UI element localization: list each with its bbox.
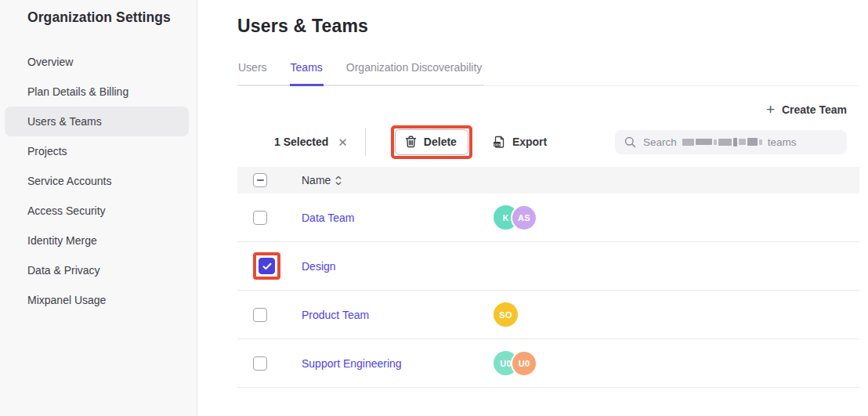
search-icon <box>624 136 636 148</box>
check-icon <box>262 262 272 270</box>
toolbar-divider <box>365 128 366 156</box>
export-button[interactable]: csv Export <box>493 136 547 149</box>
create-team-row: + Create Team <box>237 103 859 116</box>
sidebar-item-access-security[interactable]: Access Security <box>5 196 189 226</box>
page-title: Users & Teams <box>237 16 859 37</box>
table-row-support-engineering[interactable]: Support Engineering U0 U0 <box>237 339 859 388</box>
sidebar-item-identity-merge[interactable]: Identity Merge <box>5 226 189 255</box>
search-input[interactable]: Search teams <box>615 130 847 154</box>
tabs-bar: Users Teams Organization Discoverability <box>237 60 859 86</box>
sidebar-item-plan-details-billing[interactable]: Plan Details & Billing <box>5 77 189 107</box>
tab-teams[interactable]: Teams <box>290 61 324 86</box>
sort-icon[interactable] <box>335 175 342 186</box>
search-placeholder-redaction <box>682 138 762 147</box>
avatar: SO <box>494 302 518 327</box>
clear-selection-icon[interactable]: ✕ <box>338 136 348 148</box>
export-label: Export <box>512 136 547 148</box>
selection-toolbar: 1 Selected ✕ Delete <box>237 123 859 161</box>
sidebar-item-data-privacy[interactable]: Data & Privacy <box>5 255 189 285</box>
row-checkbox-support-engineering[interactable] <box>253 356 267 371</box>
svg-text:csv: csv <box>494 142 501 146</box>
avatar: U0 <box>511 350 537 377</box>
team-link-design[interactable]: Design <box>302 260 336 273</box>
table-row-data-team[interactable]: Data Team K AS <box>237 194 859 242</box>
column-header-name: Name <box>302 174 331 186</box>
row-checkbox-product-team[interactable] <box>253 308 267 322</box>
sidebar-item-service-accounts[interactable]: Service Accounts <box>5 166 189 196</box>
selection-summary: 1 Selected ✕ <box>274 136 348 148</box>
team-link-support-engineering[interactable]: Support Engineering <box>302 357 402 370</box>
row-checkbox-data-team[interactable] <box>253 211 267 225</box>
team-link-product-team[interactable]: Product Team <box>302 309 369 321</box>
tab-organization-discoverability[interactable]: Organization Discoverability <box>345 61 483 86</box>
tab-users[interactable]: Users <box>237 61 268 86</box>
search-placeholder: Search teams <box>643 136 797 148</box>
sidebar-item-users-teams[interactable]: Users & Teams <box>5 107 189 136</box>
sidebar-nav: Overview Plan Details & Billing Users & … <box>0 47 197 315</box>
sidebar-item-projects[interactable]: Projects <box>5 136 189 166</box>
plus-icon: + <box>766 104 775 115</box>
team-link-data-team[interactable]: Data Team <box>302 212 354 224</box>
main-content: Users & Teams Users Teams Organization D… <box>197 0 868 416</box>
avatar: AS <box>511 204 537 231</box>
table-header-row: Name <box>237 167 859 194</box>
checkbox-highlight-annotation <box>253 252 280 280</box>
trash-icon <box>405 136 417 148</box>
sidebar-title: Organization Settings <box>0 0 197 26</box>
select-all-checkbox[interactable] <box>253 173 267 187</box>
sidebar-item-overview[interactable]: Overview <box>5 47 189 77</box>
table-row-design[interactable]: Design <box>237 242 859 291</box>
app-window: Organization Settings Overview Plan Deta… <box>0 0 868 416</box>
sidebar-item-mixpanel-usage[interactable]: Mixpanel Usage <box>5 285 189 315</box>
table-row-product-team[interactable]: Product Team SO <box>237 291 859 339</box>
csv-file-icon: csv <box>493 136 505 149</box>
delete-button[interactable]: Delete <box>395 129 468 155</box>
selected-count-label: 1 Selected <box>274 136 328 148</box>
row-checkbox-design[interactable] <box>259 258 275 274</box>
delete-button-highlight-annotation: Delete <box>391 125 472 159</box>
teams-table: Name Data Team <box>237 167 859 388</box>
indeterminate-dash-icon <box>257 179 264 181</box>
sidebar: Organization Settings Overview Plan Deta… <box>0 0 197 416</box>
create-team-button[interactable]: + Create Team <box>766 103 847 116</box>
delete-label: Delete <box>424 136 457 149</box>
create-team-label: Create Team <box>782 103 847 116</box>
